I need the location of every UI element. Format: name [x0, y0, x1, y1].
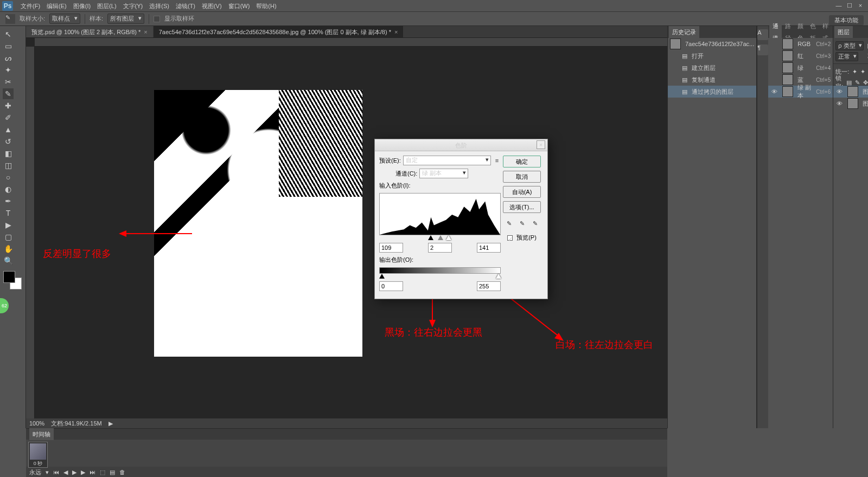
menu-filter[interactable]: 滤镜(T)	[173, 0, 199, 12]
canvas[interactable]: 反差明显了很多 黑场：往右边拉会更黑 白场：往左边拉会更白	[35, 47, 667, 427]
input-slider[interactable]	[379, 236, 501, 240]
eraser-tool[interactable]: ◧	[3, 148, 14, 159]
sample-select[interactable]: 所有图层	[107, 14, 144, 24]
frame-duration[interactable]: 0 秒	[29, 460, 47, 467]
tab-close-icon[interactable]: ×	[144, 26, 147, 38]
history-item[interactable]: ▤打开	[668, 50, 756, 62]
timeline-frame[interactable]: 0 秒	[28, 442, 48, 468]
document-tab[interactable]: 预览.psd @ 100% (图层 2 副本, RGB/8) *×	[26, 26, 153, 37]
ok-button[interactable]: 确定	[503, 156, 541, 167]
lasso-tool[interactable]: ᔕ	[3, 53, 14, 63]
eyedropper-tool[interactable]: ✎	[3, 88, 14, 99]
preview-checkbox-label[interactable]: 预览(P)	[516, 234, 537, 242]
output-black-slider[interactable]	[379, 274, 385, 279]
loop-select[interactable]: 永远	[29, 468, 41, 476]
menu-file[interactable]: 文件(F)	[17, 0, 43, 12]
zoom-level[interactable]: 100%	[29, 420, 44, 427]
paragraph-panel-icon[interactable]: ¶	[757, 44, 768, 55]
history-item[interactable]: ▤建立图层	[668, 62, 756, 74]
character-panel-icon[interactable]: A	[757, 29, 768, 40]
visibility-icon[interactable]: 👁	[835, 88, 843, 95]
blend-mode-select[interactable]: 正常	[835, 52, 858, 61]
foreground-color[interactable]	[3, 271, 15, 283]
move-tool[interactable]: ↖	[3, 29, 14, 40]
timeline-tab[interactable]: 时间轴	[29, 428, 54, 440]
last-frame-button[interactable]: ⏭	[90, 469, 95, 475]
visibility-icon[interactable]: 👁	[770, 88, 778, 95]
blur-tool[interactable]: ○	[3, 172, 14, 183]
text-tool[interactable]: T	[3, 208, 14, 218]
history-source[interactable]: 7aec54e736d12f2e37ac...	[668, 38, 756, 50]
black-eyedropper-icon[interactable]: ✎	[504, 218, 514, 228]
midtone-slider[interactable]	[438, 235, 443, 240]
channel-row[interactable]: 👁绿 副本Ctrl+6	[768, 86, 833, 98]
black-point-slider[interactable]	[428, 235, 433, 240]
menu-edit[interactable]: 编辑(E)	[43, 0, 70, 12]
dialog-close-button[interactable]: ×	[537, 140, 545, 149]
marquee-tool[interactable]: ▭	[3, 41, 14, 51]
channel-row[interactable]: RGBCtrl+2	[768, 38, 833, 50]
delete-frame-button[interactable]: 🗑	[119, 469, 125, 475]
shape-tool[interactable]: ▢	[3, 231, 14, 242]
layer-row[interactable]: 👁图层 0 副本	[833, 86, 868, 98]
path-select-tool[interactable]: ▶	[3, 220, 14, 230]
preset-menu-icon[interactable]: ≡	[493, 157, 501, 164]
current-tool-icon[interactable]: ✎	[5, 14, 15, 24]
pen-tool[interactable]: ✒	[3, 196, 14, 207]
play-button[interactable]: ▶	[72, 469, 76, 476]
input-black-field[interactable]	[379, 243, 403, 253]
preset-select[interactable]: 自定	[403, 156, 491, 165]
channel-select[interactable]: 绿 副本	[419, 169, 468, 178]
history-item[interactable]: ▤通过拷贝的图层	[668, 86, 756, 98]
sample-size-select[interactable]: 取样点	[49, 14, 80, 24]
channel-row[interactable]: 红Ctrl+3	[768, 50, 833, 62]
gradient-tool[interactable]: ◫	[3, 160, 14, 171]
minimize-button[interactable]: —	[835, 2, 842, 9]
visibility-icon[interactable]: 👁	[835, 100, 843, 107]
dodge-tool[interactable]: ◐	[3, 184, 14, 195]
close-button[interactable]: ×	[857, 2, 864, 9]
new-frame-button[interactable]: ▤	[110, 469, 115, 476]
input-white-field[interactable]	[477, 243, 501, 253]
maximize-button[interactable]: ☐	[846, 2, 853, 9]
layer-row[interactable]: 👁图层 0	[833, 98, 868, 109]
menu-select[interactable]: 选择(S)	[146, 0, 173, 12]
history-item[interactable]: ▤复制通道	[668, 74, 756, 86]
gray-eyedropper-icon[interactable]: ✎	[517, 218, 527, 228]
tween-button[interactable]: ⬚	[100, 469, 105, 476]
channel-row[interactable]: 绿Ctrl+4	[768, 62, 833, 74]
output-white-field[interactable]	[477, 281, 501, 291]
white-eyedropper-icon[interactable]: ✎	[530, 218, 540, 228]
color-swatches[interactable]	[2, 271, 23, 291]
first-frame-button[interactable]: ⏮	[53, 469, 59, 475]
menu-help[interactable]: 帮助(H)	[253, 0, 279, 12]
auto-button[interactable]: 自动(A)	[503, 186, 541, 198]
crop-tool[interactable]: ✂	[3, 76, 14, 87]
tab-close-icon[interactable]: ×	[394, 26, 398, 38]
menu-window[interactable]: 窗口(W)	[225, 0, 253, 12]
menu-view[interactable]: 视图(V)	[199, 0, 225, 12]
history-brush-tool[interactable]: ↺	[3, 136, 14, 147]
layer-filter-select[interactable]: ρ 类型	[835, 41, 863, 50]
brush-tool[interactable]: ✐	[3, 112, 14, 123]
output-white-slider[interactable]	[496, 274, 501, 279]
input-mid-field[interactable]	[428, 243, 452, 253]
hand-tool[interactable]: ✋	[3, 243, 14, 254]
menu-text[interactable]: 文字(Y)	[120, 0, 146, 12]
history-tab[interactable]: 历史记录	[669, 26, 699, 38]
stamp-tool[interactable]: ▲	[3, 124, 14, 135]
menu-image[interactable]: 图像(I)	[70, 0, 94, 12]
layers-tab[interactable]: 图层	[834, 26, 853, 38]
prev-frame-button[interactable]: ◀	[63, 469, 68, 476]
show-ring-checkbox[interactable]	[154, 16, 160, 22]
next-frame-button[interactable]: ▶	[81, 469, 85, 476]
workspace-switcher[interactable]: 基本功能	[829, 15, 864, 25]
heal-tool[interactable]: ✚	[3, 100, 14, 111]
options-button[interactable]: 选项(T)...	[503, 201, 541, 213]
document-tab[interactable]: 7aec54e736d12f2e37ac69e54dc2d5628435688e…	[154, 26, 404, 37]
white-point-slider[interactable]	[446, 235, 451, 240]
quick-select-tool[interactable]: ✦	[3, 65, 14, 75]
zoom-tool[interactable]: 🔍	[3, 255, 14, 266]
menu-layer[interactable]: 图层(L)	[94, 0, 119, 12]
cancel-button[interactable]: 取消	[503, 171, 541, 183]
